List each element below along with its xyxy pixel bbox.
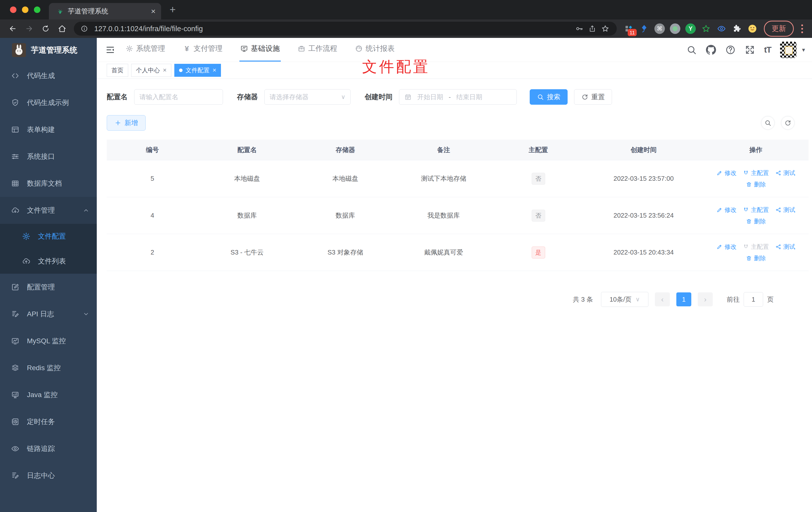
menu-item-reports[interactable]: 统计报表 (354, 43, 396, 62)
extension-eye-icon[interactable] (716, 23, 727, 35)
prev-page-button[interactable]: ‹ (655, 292, 670, 306)
extension-puzzle-icon[interactable] (731, 23, 743, 35)
tag-close-icon[interactable]: × (163, 66, 167, 74)
edit-link[interactable]: 修改 (717, 206, 736, 214)
close-window-button[interactable] (10, 6, 17, 13)
sidebar-item-log-center[interactable]: 日志中心 (0, 462, 97, 489)
new-tab-button[interactable]: + (170, 4, 176, 15)
sidebar-item-api-log[interactable]: API 日志 (0, 301, 97, 328)
sidebar-item-scheduled-tasks[interactable]: 定时任务 (0, 408, 97, 435)
chevron-down-icon: ∨ (341, 93, 345, 100)
delete-link[interactable]: 删除 (746, 254, 766, 262)
sidebar-item-tracing[interactable]: 链路追踪 (0, 435, 97, 462)
eye-icon (11, 445, 20, 453)
test-link[interactable]: 测试 (775, 169, 795, 177)
site-info-icon[interactable] (78, 22, 91, 35)
sidebar-logo[interactable]: 芋道管理系统 (0, 38, 97, 62)
extension-command-icon[interactable]: ⌘ (654, 23, 666, 35)
search-icon[interactable] (686, 44, 697, 55)
share-nodes-icon (775, 170, 781, 176)
sidebar-collapse-icon[interactable] (103, 43, 117, 57)
master-config-link[interactable]: 主配置 (743, 169, 769, 177)
browser-menu-icon[interactable] (798, 24, 807, 33)
menu-item-payment[interactable]: ¥ 支付管理 (182, 43, 224, 62)
extension-dot-icon[interactable] (669, 23, 681, 35)
menu-label: 系统管理 (136, 43, 165, 54)
goto-page-input[interactable] (744, 292, 763, 307)
page-size-select[interactable]: 10条/页 ∨ (601, 292, 648, 307)
edit-link[interactable]: 修改 (717, 243, 736, 251)
tag-file-config[interactable]: 文件配置 × (174, 64, 221, 77)
sidebar-item-file-list[interactable]: 文件列表 (0, 249, 97, 274)
fullscreen-icon[interactable] (745, 44, 755, 55)
app-header: 系统管理 ¥ 支付管理 基础设施 工作流程 (97, 38, 812, 62)
sidebar-item-file-management[interactable]: 文件管理 (0, 197, 97, 224)
sidebar-item-redis-monitor[interactable]: Redis 监控 (0, 355, 97, 381)
caret-down-icon[interactable]: ▾ (802, 47, 805, 53)
password-key-icon[interactable] (573, 22, 586, 35)
github-icon[interactable] (706, 44, 716, 55)
storage-label: 存储器 (237, 92, 258, 102)
table-search-toggle-button[interactable] (761, 116, 775, 130)
url-text[interactable]: 127.0.0.1:1024/infra/file/file-config (94, 25, 573, 33)
magnet-icon (743, 170, 749, 176)
browser-tab-active[interactable]: 芋道管理系统 × (49, 3, 161, 20)
sidebar-item-mysql-monitor[interactable]: MySQL 监控 (0, 328, 97, 355)
minimize-window-button[interactable] (22, 6, 28, 13)
tab-close-icon[interactable]: × (151, 7, 155, 15)
extension-emoji-icon[interactable] (746, 23, 758, 35)
test-link[interactable]: 测试 (775, 206, 795, 214)
sidebar-item-label: 数据库文档 (27, 179, 89, 188)
page-number-active[interactable]: 1 (676, 292, 691, 306)
config-name-input[interactable] (139, 93, 218, 101)
sidebar-item-form-builder[interactable]: 表单构建 (0, 116, 97, 143)
bookmark-star-icon[interactable] (599, 22, 612, 35)
add-button[interactable]: 新增 (107, 115, 146, 131)
col-header-master: 主配置 (493, 146, 584, 154)
sidebar-item-file-config[interactable]: 文件配置 (0, 224, 97, 249)
delete-link[interactable]: 删除 (746, 180, 766, 188)
edit-link[interactable]: 修改 (717, 169, 736, 177)
tag-profile[interactable]: 个人中心 × (131, 64, 171, 77)
browser-update-button[interactable]: 更新 (764, 21, 794, 37)
next-page-button[interactable]: › (698, 292, 713, 306)
help-icon[interactable] (725, 44, 736, 55)
avatar-qr[interactable] (780, 42, 796, 58)
menu-item-system[interactable]: 系统管理 (125, 43, 166, 62)
home-icon[interactable] (55, 22, 69, 36)
zoom-window-button[interactable] (34, 6, 40, 13)
sidebar-item-label: MySQL 监控 (27, 336, 89, 346)
extension-grid-icon[interactable]: 11 (623, 23, 635, 35)
cell-id: 2 (107, 248, 198, 256)
tag-close-icon[interactable]: × (212, 66, 216, 74)
file-config-table: 编号 配置名 存储器 备注 主配置 创建时间 操作 5 本地磁盘 本地磁盘 测试… (107, 140, 809, 271)
extension-y-icon[interactable]: Y (685, 23, 697, 35)
delete-link[interactable]: 删除 (746, 217, 766, 225)
tag-home[interactable]: 首页 (107, 64, 128, 77)
sidebar-item-code-gen-example[interactable]: 代码生成示例 (0, 89, 97, 116)
test-link[interactable]: 测试 (775, 243, 795, 251)
back-icon[interactable] (5, 22, 20, 36)
sidebar-item-code-generation[interactable]: 代码生成 (0, 62, 97, 89)
master-config-link[interactable]: 主配置 (743, 206, 769, 214)
extension-star-icon[interactable] (700, 23, 712, 35)
sidebar-item-config-management[interactable]: 配置管理 (0, 274, 97, 301)
forward-icon[interactable] (22, 22, 36, 36)
date-start-placeholder: 开始日期 (417, 93, 443, 101)
menu-item-infrastructure[interactable]: 基础设施 (239, 43, 281, 62)
share-icon[interactable] (586, 22, 599, 35)
table-refresh-button[interactable] (781, 116, 794, 130)
sidebar-item-db-docs[interactable]: 数据库文档 (0, 170, 97, 197)
reset-button[interactable]: 重置 (574, 89, 612, 105)
reload-icon[interactable] (38, 22, 53, 36)
address-bar[interactable]: 127.0.0.1:1024/infra/file/file-config (74, 22, 617, 36)
storage-select[interactable]: 请选择存储器 ∨ (264, 89, 351, 105)
search-button[interactable]: 搜索 (530, 89, 568, 105)
sidebar-item-system-api[interactable]: 系统接口 (0, 143, 97, 170)
font-size-icon[interactable]: tT (764, 45, 771, 55)
extension-kite-icon[interactable] (638, 23, 650, 35)
sidebar-item-java-monitor[interactable]: Java 监控 (0, 381, 97, 408)
macos-traffic-lights (0, 6, 49, 13)
date-range-picker[interactable]: 开始日期 - 结束日期 (399, 89, 517, 105)
menu-item-workflow[interactable]: 工作流程 (297, 43, 338, 62)
